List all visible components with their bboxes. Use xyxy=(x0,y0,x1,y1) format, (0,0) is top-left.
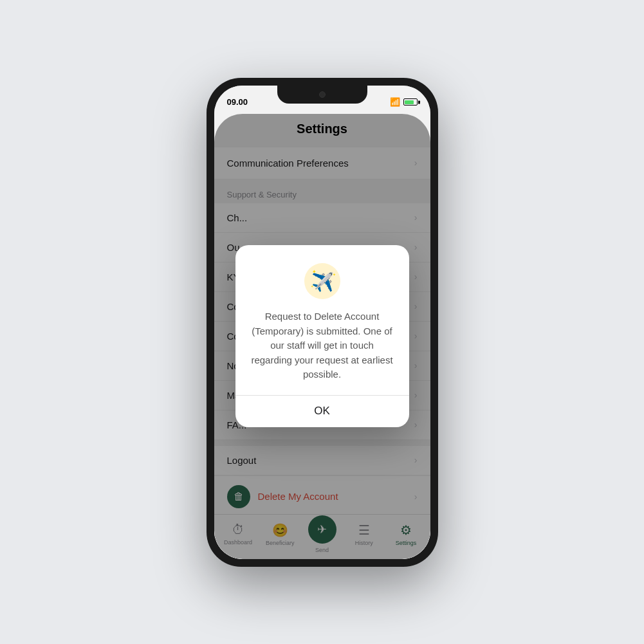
svg-text:✦: ✦ xyxy=(311,284,313,288)
modal-message: Request to Delete Account (Temporary) is… xyxy=(251,309,394,382)
status-time: 09.00 xyxy=(227,97,248,107)
wifi-icon: 📶 xyxy=(390,97,400,107)
modal-ok-button[interactable]: OK xyxy=(235,395,409,427)
svg-text:✦: ✦ xyxy=(312,269,317,275)
phone-screen: 09.00 📶 Settings Communication Preferenc… xyxy=(214,86,430,559)
status-icons: 📶 xyxy=(390,97,418,107)
modal-overlay: ✈️ ✦ ✦ ✦ Request to Delete Account (Temp… xyxy=(214,114,430,559)
battery-fill xyxy=(405,100,414,104)
battery-icon xyxy=(403,98,418,106)
camera xyxy=(319,91,326,98)
modal-dialog: ✈️ ✦ ✦ ✦ Request to Delete Account (Temp… xyxy=(235,245,409,427)
notch xyxy=(277,86,367,104)
modal-body: ✈️ ✦ ✦ ✦ Request to Delete Account (Temp… xyxy=(235,245,409,395)
screen-content: Settings Communication Preferences › Sup… xyxy=(214,114,430,559)
svg-text:✦: ✦ xyxy=(333,273,336,277)
modal-icon: ✈️ ✦ ✦ ✦ xyxy=(304,263,340,299)
phone-frame: 09.00 📶 Settings Communication Preferenc… xyxy=(207,78,438,567)
